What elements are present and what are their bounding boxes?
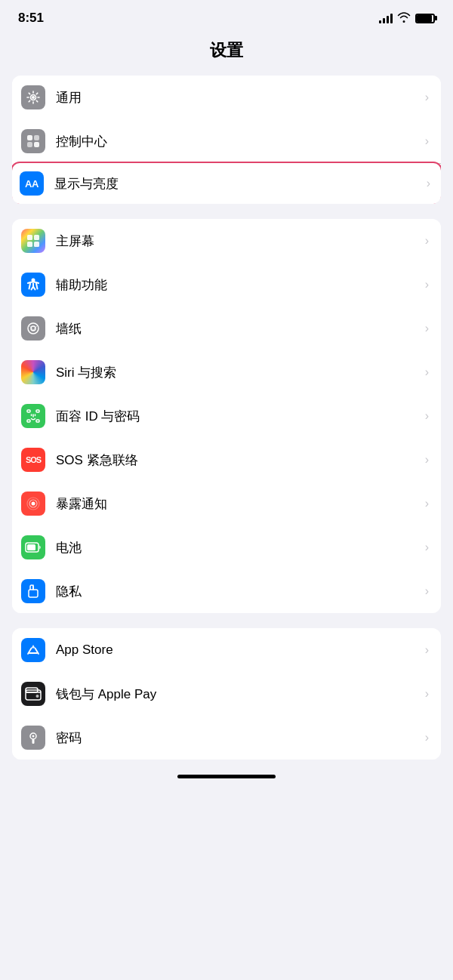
- accessibility-icon: [21, 273, 45, 297]
- battery-label: 电池: [56, 539, 419, 556]
- svg-point-27: [32, 735, 35, 738]
- control-center-icon: [21, 129, 45, 153]
- general-label: 通用: [56, 89, 419, 106]
- display-chevron: ›: [427, 177, 430, 190]
- settings-item-wallet[interactable]: 钱包与 Apple Pay ›: [12, 672, 441, 716]
- privacy-label: 隐私: [56, 583, 419, 600]
- settings-item-accessibility[interactable]: 辅助功能 ›: [12, 263, 441, 307]
- settings-item-face-id[interactable]: 面容 ID 与密码 ›: [12, 394, 441, 438]
- privacy-icon: [21, 579, 45, 603]
- privacy-chevron: ›: [425, 584, 429, 598]
- svg-rect-9: [34, 242, 39, 247]
- home-screen-icon: [21, 229, 45, 253]
- svg-rect-7: [34, 235, 39, 240]
- sos-chevron: ›: [425, 453, 429, 467]
- siri-chevron: ›: [425, 365, 429, 379]
- app-store-icon: [21, 638, 45, 662]
- svg-rect-13: [27, 410, 30, 412]
- battery-settings-icon: [21, 535, 45, 559]
- wallet-chevron: ›: [425, 687, 429, 701]
- settings-item-battery[interactable]: 电池 ›: [12, 525, 441, 569]
- settings-item-exposure[interactable]: 暴露通知 ›: [12, 482, 441, 525]
- wallet-label: 钱包与 Apple Pay: [56, 686, 419, 703]
- exposure-icon: [21, 492, 45, 516]
- settings-item-control-center[interactable]: 控制中心 ›: [12, 119, 441, 163]
- sos-label: SOS 紧急联络: [56, 451, 419, 469]
- svg-rect-8: [27, 242, 32, 247]
- svg-rect-6: [27, 235, 32, 240]
- app-store-chevron: ›: [425, 643, 429, 657]
- battery-icon: [415, 14, 435, 23]
- password-icon: [21, 726, 45, 750]
- settings-group-1: 通用 › 控制中心 › AA 显示与亮度 ›: [12, 76, 441, 204]
- siri-label: Siri 与搜索: [56, 364, 419, 381]
- svg-rect-26: [32, 739, 35, 744]
- settings-group-3: App Store › 钱包与 Apple Pay › 密码 ›: [12, 628, 441, 760]
- battery-chevron: ›: [425, 541, 429, 554]
- settings-item-siri[interactable]: Siri 与搜索 ›: [12, 350, 441, 394]
- settings-group-2: 主屏幕 › 辅助功能 › 墙纸 › Siri 与搜: [12, 219, 441, 613]
- home-screen-label: 主屏幕: [56, 233, 419, 250]
- wallpaper-label: 墙纸: [56, 320, 419, 337]
- svg-rect-14: [36, 410, 39, 412]
- settings-item-wallpaper[interactable]: 墙纸 ›: [12, 307, 441, 350]
- svg-rect-22: [26, 690, 41, 700]
- settings-item-sos[interactable]: SOS SOS 紧急联络 ›: [12, 438, 441, 482]
- svg-rect-3: [34, 135, 39, 140]
- svg-rect-4: [27, 142, 32, 147]
- settings-item-general[interactable]: 通用 ›: [12, 76, 441, 119]
- wallpaper-icon: [21, 316, 45, 341]
- wallet-icon: [21, 682, 45, 706]
- sos-icon: SOS: [21, 448, 45, 472]
- exposure-chevron: ›: [425, 497, 429, 510]
- svg-point-0: [32, 96, 35, 99]
- svg-rect-15: [27, 420, 30, 422]
- display-label: 显示与亮度: [54, 175, 421, 193]
- face-id-chevron: ›: [425, 409, 429, 423]
- display-icon: AA: [20, 171, 44, 196]
- password-label: 密码: [56, 729, 419, 747]
- accessibility-chevron: ›: [425, 278, 429, 291]
- face-id-icon: [21, 404, 45, 428]
- svg-rect-5: [34, 142, 39, 147]
- control-center-label: 控制中心: [56, 133, 419, 150]
- page-title: 设置: [0, 32, 453, 76]
- exposure-label: 暴露通知: [56, 495, 419, 513]
- settings-item-password[interactable]: 密码 ›: [12, 716, 441, 760]
- siri-icon: [21, 360, 45, 384]
- status-bar: 8:51: [0, 0, 453, 32]
- face-id-label: 面容 ID 与密码: [56, 408, 419, 425]
- svg-point-11: [28, 323, 39, 334]
- general-chevron: ›: [425, 91, 429, 104]
- control-center-chevron: ›: [425, 134, 429, 148]
- password-chevron: ›: [425, 731, 429, 744]
- status-icons: [379, 12, 435, 25]
- settings-item-display[interactable]: AA 显示与亮度 ›: [12, 162, 441, 204]
- wifi-icon: [397, 12, 411, 25]
- svg-rect-21: [27, 544, 35, 550]
- signal-icon: [379, 13, 393, 23]
- home-screen-chevron: ›: [425, 234, 429, 248]
- svg-point-17: [32, 502, 35, 506]
- settings-item-app-store[interactable]: App Store ›: [12, 628, 441, 672]
- accessibility-label: 辅助功能: [56, 276, 419, 294]
- general-icon: [21, 85, 45, 109]
- app-store-label: App Store: [56, 643, 419, 658]
- svg-rect-2: [27, 135, 32, 140]
- wallpaper-chevron: ›: [425, 322, 429, 335]
- svg-point-24: [36, 695, 39, 698]
- settings-item-home-screen[interactable]: 主屏幕 ›: [12, 219, 441, 263]
- svg-rect-16: [36, 420, 39, 422]
- home-bar: [177, 775, 276, 778]
- status-time: 8:51: [18, 11, 44, 26]
- settings-item-privacy[interactable]: 隐私 ›: [12, 569, 441, 613]
